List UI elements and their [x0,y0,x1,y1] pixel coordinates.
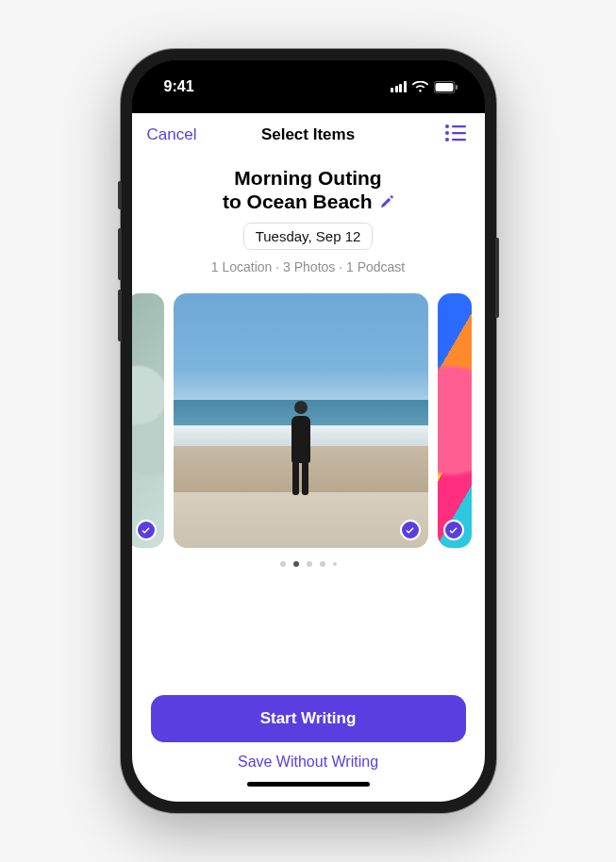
cancel-button[interactable]: Cancel [147,125,197,144]
list-view-button[interactable] [441,121,470,149]
status-time: 9:41 [164,78,194,95]
svg-point-3 [445,124,449,128]
entry-date[interactable]: Tuesday, Sep 12 [243,223,374,250]
check-icon [141,525,151,536]
list-icon [445,124,466,141]
pager-dot [333,562,337,566]
entry-title-line2: to Ocean Beach [223,191,373,212]
volume-up-button [118,228,122,280]
selection-check-badge[interactable] [136,520,157,540]
check-icon [405,525,415,536]
svg-rect-1 [435,83,453,91]
carousel-item-current[interactable] [174,293,428,548]
mute-switch [118,181,122,209]
dynamic-island [256,74,361,106]
photo-subject [288,401,314,495]
app-area: Cancel Select Items Mornin [132,113,485,802]
pager-dot [280,561,286,567]
home-indicator[interactable] [247,782,370,787]
start-writing-button[interactable]: Start Writing [151,695,466,742]
save-without-writing-button[interactable]: Save Without Writing [151,754,466,771]
nav-bar: Cancel Select Items [132,113,485,157]
pager-dot-active [293,561,299,567]
screen: 9:41 Cancel Select Items [132,60,485,802]
pager-dot [320,561,325,567]
selection-check-badge[interactable] [400,520,421,540]
content: Morning Outing to Ocean Beach Tuesday, S… [132,157,485,802]
battery-icon [434,81,458,93]
selection-check-badge[interactable] [443,520,464,540]
page-title: Select Items [261,125,355,144]
carousel-item-prev[interactable] [132,293,164,548]
page-indicator [132,561,485,567]
svg-rect-6 [452,132,466,134]
cellular-icon [391,81,407,92]
svg-point-7 [445,138,449,141]
pager-dot [307,561,312,567]
carousel-item-next[interactable] [438,293,472,548]
svg-rect-4 [452,125,466,127]
check-icon [448,525,458,536]
phone-frame: 9:41 Cancel Select Items [121,49,496,813]
bottom-actions: Start Writing Save Without Writing [132,695,485,802]
power-button [495,238,499,318]
pencil-icon [380,195,393,212]
volume-down-button [118,290,122,341]
wifi-icon [412,81,428,92]
entry-title-line1: Morning Outing [234,167,381,189]
entry-title-wrap[interactable]: Morning Outing to Ocean Beach [151,166,466,213]
entry-header: Morning Outing to Ocean Beach Tuesday, S… [132,157,485,282]
status-icons [391,81,458,93]
svg-rect-8 [452,139,466,141]
svg-rect-2 [456,85,458,90]
media-carousel[interactable] [132,293,485,548]
entry-summary: 1 Location · 3 Photos · 1 Podcast [151,259,466,274]
svg-point-5 [445,131,449,135]
